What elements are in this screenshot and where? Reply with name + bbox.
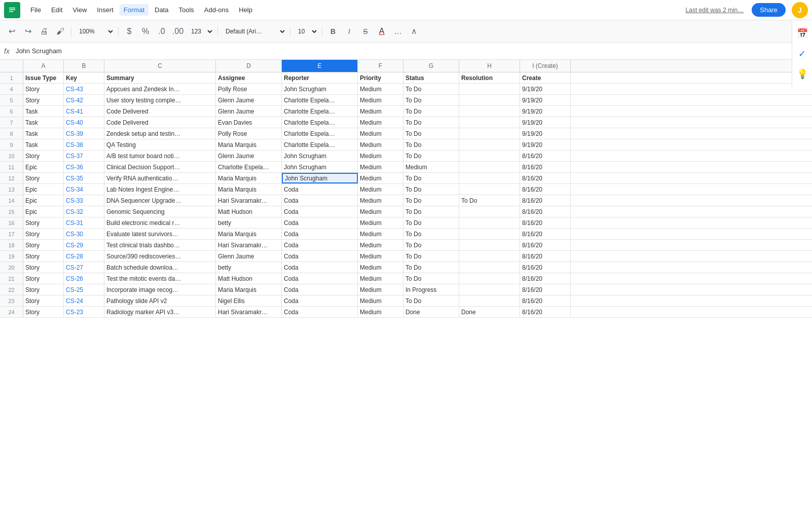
table-cell[interactable]: Hari Sivaramakr… [216, 307, 282, 317]
table-cell[interactable]: Coda [282, 307, 358, 317]
table-cell[interactable]: Maria Marquis [216, 284, 282, 295]
menu-edit[interactable]: Edit [47, 4, 66, 16]
table-cell[interactable]: To Do [403, 184, 459, 195]
table-cell[interactable]: Coda [282, 295, 358, 306]
table-cell[interactable]: Story [23, 173, 64, 183]
table-cell[interactable]: Task [23, 139, 64, 150]
table-cell[interactable] [459, 128, 520, 139]
table-cell[interactable]: Epic [23, 162, 64, 172]
table-cell[interactable]: Story [23, 273, 64, 284]
strikethrough-button[interactable]: S [358, 24, 373, 39]
table-cell[interactable]: Story [23, 240, 64, 250]
table-cell[interactable]: CS-24 [64, 295, 104, 306]
table-cell[interactable]: Lab Notes Ingest Engine… [104, 184, 216, 195]
table-cell[interactable]: DNA Sequencer Upgrade… [104, 195, 216, 206]
table-cell[interactable] [459, 206, 520, 217]
table-cell[interactable] [459, 251, 520, 262]
table-cell[interactable]: CS-23 [64, 307, 104, 317]
table-cell[interactable] [459, 240, 520, 250]
table-cell[interactable]: Charlotte Espela… [282, 128, 358, 139]
table-cell[interactable]: 8/16/20 [520, 229, 571, 239]
share-button[interactable]: Share [752, 3, 786, 17]
table-cell[interactable]: Assignee [216, 72, 282, 83]
table-cell[interactable]: To Do [403, 240, 459, 250]
last-edit-info[interactable]: Last edit was 2 min… [686, 7, 744, 14]
table-cell[interactable]: Clinical Decision Support… [104, 162, 216, 172]
table-cell[interactable]: To Do [403, 128, 459, 139]
decimal-decrease-button[interactable]: .0 [154, 24, 169, 39]
table-cell[interactable]: Story [23, 307, 64, 317]
bulb-icon[interactable]: 💡 [793, 65, 811, 83]
issue-key-link[interactable]: CS-31 [66, 219, 83, 227]
table-cell[interactable]: John Scrugham [282, 162, 358, 172]
text-color-button[interactable]: A [374, 24, 389, 39]
table-cell[interactable]: To Do [403, 273, 459, 284]
issue-key-link[interactable]: CS-40 [66, 119, 83, 126]
table-cell[interactable]: Glenn Jaume [216, 251, 282, 262]
font-select[interactable]: Default (Ari… Arial Times New Roman [221, 24, 287, 39]
col-header-e[interactable]: E [282, 60, 358, 72]
table-cell[interactable]: To Do [403, 262, 459, 273]
more-options-button[interactable]: … [390, 24, 405, 39]
issue-key-link[interactable]: CS-29 [66, 242, 83, 249]
table-cell[interactable]: Resolution [459, 72, 520, 83]
table-cell[interactable]: Zendesk setup and testin… [104, 128, 216, 139]
issue-key-link[interactable]: CS-43 [66, 86, 83, 93]
table-cell[interactable] [459, 117, 520, 128]
table-cell[interactable]: To Do [403, 251, 459, 262]
table-cell[interactable]: 8/16/20 [520, 195, 571, 206]
table-cell[interactable]: Coda [282, 229, 358, 239]
table-cell[interactable]: CS-28 [64, 251, 104, 262]
table-cell[interactable]: Charlotte Espela… [216, 162, 282, 172]
table-cell[interactable]: To Do [459, 195, 520, 206]
table-cell[interactable]: Charlotte Espela… [282, 117, 358, 128]
table-cell[interactable]: Polly Rose [216, 128, 282, 139]
table-cell[interactable]: CS-32 [64, 206, 104, 217]
table-cell[interactable]: Genomic Sequencing [104, 206, 216, 217]
table-cell[interactable] [459, 173, 520, 183]
table-cell[interactable] [459, 151, 520, 161]
table-cell[interactable]: 8/16/20 [520, 273, 571, 284]
col-header-a[interactable]: A [23, 60, 64, 72]
table-cell[interactable]: 8/16/20 [520, 284, 571, 295]
table-cell[interactable]: betty [216, 217, 282, 228]
col-header-c[interactable]: C [104, 60, 216, 72]
table-cell[interactable]: User story testing comple… [104, 95, 216, 105]
table-cell[interactable]: Coda [282, 240, 358, 250]
issue-key-link[interactable]: CS-30 [66, 231, 83, 238]
table-cell[interactable]: Coda [282, 184, 358, 195]
table-cell[interactable]: 8/16/20 [520, 240, 571, 250]
table-cell[interactable]: CS-35 [64, 173, 104, 183]
formula-input[interactable] [16, 47, 808, 55]
number-format-select[interactable]: 123 [187, 24, 214, 39]
col-header-i[interactable]: I (Create) [520, 60, 571, 72]
table-cell[interactable]: Matt Hudson [216, 206, 282, 217]
table-cell[interactable] [459, 217, 520, 228]
table-cell[interactable]: To Do [403, 295, 459, 306]
table-cell[interactable]: Story [23, 262, 64, 273]
table-cell[interactable] [459, 273, 520, 284]
menu-addons[interactable]: Add-ons [200, 4, 233, 16]
table-cell[interactable]: Epic [23, 184, 64, 195]
table-cell[interactable]: Evaluate latest survivors… [104, 229, 216, 239]
table-cell[interactable]: CS-36 [64, 162, 104, 172]
table-cell[interactable]: Matt Hudson [216, 273, 282, 284]
issue-key-link[interactable]: CS-23 [66, 309, 83, 316]
menu-tools[interactable]: Tools [174, 4, 198, 16]
table-cell[interactable]: Batch schedule downloa… [104, 262, 216, 273]
table-cell[interactable]: To Do [403, 229, 459, 239]
table-cell[interactable]: Create [520, 72, 571, 83]
table-cell[interactable]: Medium [358, 307, 403, 317]
table-cell[interactable]: John Scrugham [282, 173, 358, 183]
table-cell[interactable]: 8/16/20 [520, 217, 571, 228]
menu-view[interactable]: View [68, 4, 91, 16]
table-cell[interactable]: CS-40 [64, 117, 104, 128]
table-cell[interactable]: CS-33 [64, 195, 104, 206]
table-cell[interactable]: Glenn Jaume [216, 95, 282, 105]
menu-insert[interactable]: Insert [93, 4, 118, 16]
table-cell[interactable]: Story [23, 217, 64, 228]
table-cell[interactable]: CS-27 [64, 262, 104, 273]
menu-help[interactable]: Help [235, 4, 256, 16]
calendar-icon[interactable]: 📅 [793, 24, 811, 43]
table-cell[interactable]: Medium [403, 162, 459, 172]
